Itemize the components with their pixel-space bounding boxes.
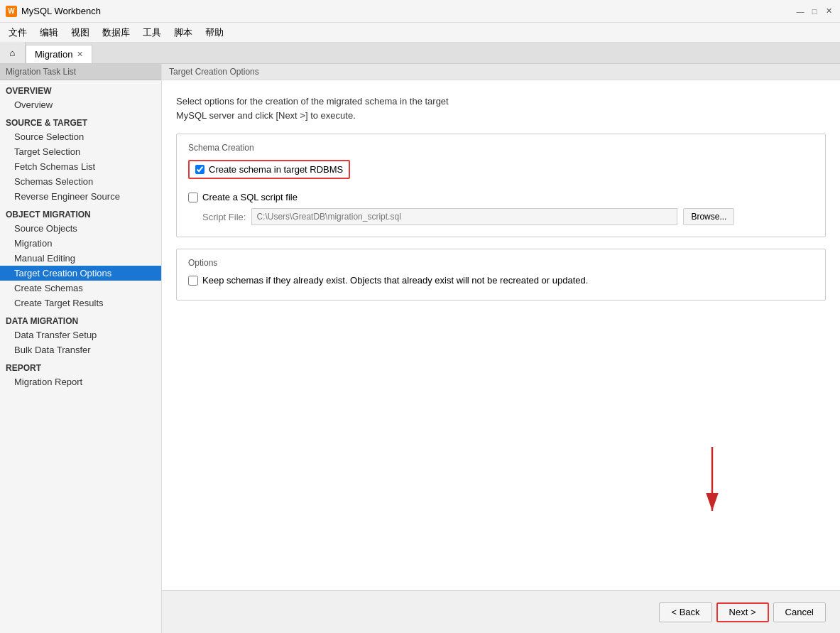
script-file-row: Script File: Browse... [202, 208, 814, 225]
sidebar-item-migration-report[interactable]: Migration Report [0, 374, 161, 389]
sidebar-item-create-target-results[interactable]: Create Target Results [0, 296, 161, 310]
sidebar-item-target-selection[interactable]: Target Selection [0, 144, 161, 159]
content-area: Target Creation Options Select options f… [162, 64, 840, 633]
menu-file[interactable]: 文件 [3, 25, 33, 40]
next-arrow-icon [691, 440, 733, 525]
next-button[interactable]: Next > [716, 602, 769, 622]
sidebar-item-source-selection[interactable]: Source Selection [0, 129, 161, 144]
sidebar-item-target-creation-options[interactable]: Target Creation Options [0, 266, 161, 281]
bottom-bar: < Back Next > Cancel [162, 590, 840, 633]
section-object-migration: OBJECT MIGRATION [0, 204, 161, 221]
sidebar-item-create-schemas[interactable]: Create Schemas [0, 281, 161, 296]
schema-creation-box: Schema Creation Create schema in target … [176, 134, 826, 237]
section-source-target: SOURCE & TARGET [0, 112, 161, 129]
minimize-button[interactable]: — [795, 6, 806, 17]
description: Select options for the creation of the m… [176, 94, 826, 122]
content-body: Select options for the creation of the m… [162, 80, 840, 590]
tab-label: Migration [35, 49, 72, 60]
sidebar: Migration Task List OVERVIEW Overview SO… [0, 64, 162, 633]
keep-schemas-label: Keep schemas if they already exist. Obje… [202, 275, 588, 286]
arrow-area [176, 312, 826, 539]
sidebar-item-data-transfer-setup[interactable]: Data Transfer Setup [0, 328, 161, 342]
sidebar-header: Migration Task List [0, 64, 161, 80]
menu-edit[interactable]: 编辑 [34, 25, 64, 40]
window-controls[interactable]: — □ ✕ [795, 6, 834, 17]
sidebar-item-fetch-schemas[interactable]: Fetch Schemas List [0, 159, 161, 174]
menu-bar: 文件 编辑 视图 数据库 工具 脚本 帮助 [0, 23, 840, 43]
create-sql-label: Create a SQL script file [202, 192, 298, 202]
sidebar-item-bulk-data-transfer[interactable]: Bulk Data Transfer [0, 342, 161, 357]
sidebar-item-overview[interactable]: Overview [0, 97, 161, 112]
description-line2: MySQL server and click [Next >] to execu… [176, 110, 356, 121]
menu-view[interactable]: 视图 [65, 25, 95, 40]
script-file-label: Script File: [202, 212, 246, 222]
maximize-button[interactable]: □ [809, 6, 820, 17]
script-file-input[interactable] [251, 208, 677, 225]
close-button[interactable]: ✕ [823, 6, 834, 17]
description-line1: Select options for the creation of the m… [176, 96, 449, 107]
sidebar-item-migration[interactable]: Migration [0, 236, 161, 251]
sidebar-item-source-objects[interactable]: Source Objects [0, 221, 161, 236]
create-sql-row: Create a SQL script file [188, 192, 814, 202]
menu-tools[interactable]: 工具 [137, 25, 167, 40]
sidebar-item-reverse-engineer[interactable]: Reverse Engineer Source [0, 189, 161, 204]
section-report: REPORT [0, 357, 161, 374]
create-schema-checkbox[interactable] [195, 165, 204, 174]
tab-bar: ⌂ Migration ✕ [0, 43, 840, 64]
home-icon: ⌂ [10, 48, 16, 58]
section-data-migration: DATA MIGRATION [0, 310, 161, 328]
keep-schemas-checkbox[interactable] [188, 276, 198, 286]
menu-database[interactable]: 数据库 [97, 25, 136, 40]
keep-schemas-row: Keep schemas if they already exist. Obje… [188, 275, 814, 286]
options-label: Options [188, 258, 814, 268]
browse-button[interactable]: Browse... [683, 208, 734, 225]
app-title: MySQL Workbench [21, 6, 101, 16]
options-box: Options Keep schemas if they already exi… [176, 249, 826, 301]
app-icon: W [6, 6, 17, 17]
create-sql-checkbox[interactable] [188, 193, 198, 202]
content-header: Target Creation Options [162, 64, 840, 80]
menu-help[interactable]: 帮助 [200, 25, 229, 40]
cancel-button[interactable]: Cancel [773, 602, 826, 622]
migration-tab[interactable]: Migration ✕ [26, 45, 92, 63]
tab-close-button[interactable]: ✕ [77, 50, 83, 59]
back-button[interactable]: < Back [659, 602, 711, 622]
schema-creation-label: Schema Creation [188, 143, 814, 153]
menu-script[interactable]: 脚本 [168, 25, 198, 40]
create-schema-label: Create schema in target RDBMS [209, 164, 343, 175]
home-tab[interactable]: ⌂ [0, 42, 26, 63]
create-schema-row: Create schema in target RDBMS [188, 160, 350, 179]
main-layout: Migration Task List OVERVIEW Overview SO… [0, 64, 840, 633]
sidebar-item-schemas-selection[interactable]: Schemas Selection [0, 174, 161, 189]
title-bar: W MySQL Workbench — □ ✕ [0, 0, 840, 23]
section-overview: OVERVIEW [0, 80, 161, 97]
sidebar-item-manual-editing[interactable]: Manual Editing [0, 251, 161, 266]
